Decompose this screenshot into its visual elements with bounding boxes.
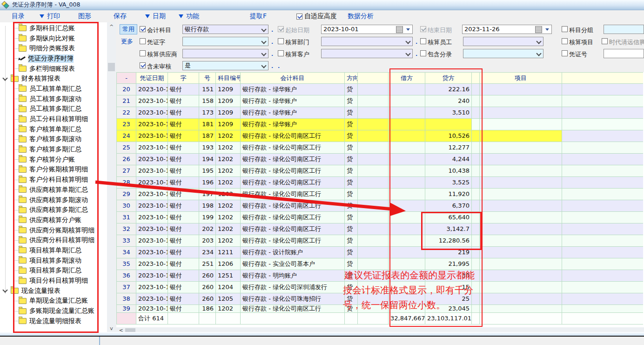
column-header[interactable]: -	[116, 72, 136, 84]
sidebar-item[interactable]: 财务核算报表	[0, 74, 107, 84]
employee-checkbox[interactable]	[420, 38, 426, 44]
sidebar-item[interactable]: 多栏明细账报表	[0, 64, 107, 74]
sidebar-item[interactable]: 多账期现金流量汇总账	[0, 306, 107, 316]
voucher-word-select[interactable]	[182, 37, 268, 46]
chevron-down-icon[interactable]	[261, 63, 266, 68]
tab-common[interactable]: 常用	[120, 24, 137, 34]
auto-height-checkbox[interactable]	[296, 14, 302, 20]
calendar-icon[interactable]	[535, 26, 542, 33]
account-select[interactable]: 银行存款	[182, 25, 268, 34]
sidebar-item[interactable]: 客户核算多期汇总	[0, 144, 107, 155]
start-date-checkbox[interactable]	[278, 26, 284, 32]
date-dropdown-icon[interactable]	[145, 14, 150, 18]
chevron-down-icon[interactable]	[261, 27, 266, 32]
sidebar-item[interactable]: 员工核算多期汇总	[0, 104, 107, 115]
table-row[interactable]: 21 2023-10-10 银付 158 1209 银行存款 - 绿华账户 贷 …	[116, 95, 644, 107]
sidebar-item[interactable]: 供应商核算分户账	[0, 215, 107, 225]
sidebar-item[interactable]: 现金流量报表	[0, 286, 107, 296]
sidebar-item[interactable]: 项目核算多期汇总	[0, 266, 107, 276]
voucher-no-checkbox[interactable]	[562, 50, 568, 56]
column-header[interactable]	[472, 72, 480, 84]
column-header[interactable]: 字	[168, 72, 199, 84]
sidebar-item[interactable]: 项目核算单期汇总	[0, 245, 107, 256]
sidebar-item[interactable]: 客户核算单期汇总	[0, 124, 107, 135]
sidebar-item[interactable]: 供应商核算多期汇总	[0, 205, 107, 215]
unaudited-select[interactable]: 是	[182, 61, 268, 70]
account-checkbox[interactable]	[140, 26, 146, 32]
sidebar-item[interactable]: 现金流量明细报表	[0, 316, 107, 326]
sidebar-item[interactable]: 供应商核算单期汇总	[0, 185, 107, 195]
calendar-dropdown-icon[interactable]	[545, 28, 549, 31]
sidebar-item[interactable]: 项目核算多期滚动	[0, 256, 107, 266]
sidebar-item[interactable]: 客户分账期核算明细	[0, 165, 107, 175]
supplier-select[interactable]	[182, 49, 268, 58]
dept-checkbox[interactable]	[278, 38, 284, 44]
sidebar-item[interactable]: 明细分类账报表	[0, 43, 107, 54]
table-row[interactable]: 31 2023-10-10 银付 199 1202 银行存款 - 绿化公司南区工…	[116, 212, 644, 223]
sidebar-item[interactable]: 员工分科目核算明细	[0, 114, 107, 124]
chevron-down-icon[interactable]	[536, 39, 541, 44]
sidebar-item[interactable]: 项目分科目核算明细	[0, 276, 107, 286]
menu-date[interactable]: 日期	[153, 12, 166, 20]
table-row[interactable]: 34 2023-10-10 银付 234 1211 银行存款 - 设计院账户 贷…	[116, 247, 644, 258]
column-header[interactable]	[358, 72, 389, 84]
chevron-down-icon[interactable]	[405, 39, 410, 44]
table-row[interactable]: 36 2023-10-10 银付 260 1251 银行存款 - 明均账户 贷 …	[116, 270, 644, 282]
table-row[interactable]: 39 2023-10-11 银付 186 1202 银行存款 - 绿化公司南区工…	[116, 305, 644, 313]
column-header[interactable]: 会计科目	[241, 72, 345, 84]
end-date-input[interactable]: 2023-11-26	[462, 25, 552, 34]
table-row[interactable]: 23 2023-10-10 银付 181 1209 银行存款 - 绿华账户 贷	[116, 119, 644, 130]
menu-catalog[interactable]: 目录	[12, 12, 25, 20]
column-header[interactable]: 项目	[480, 72, 562, 84]
function-dropdown-icon[interactable]	[179, 14, 183, 18]
menu-print[interactable]: 打印	[47, 12, 60, 20]
menu-graph[interactable]: 图形	[78, 12, 91, 20]
table-row[interactable]: 25 2023-10-10 银付 193 1202 银行存款 - 绿化公司南区工…	[116, 142, 644, 154]
chevron-down-icon[interactable]	[536, 51, 541, 56]
table-row[interactable]: 33 2023-10-10 银付 203 1202 银行存款 - 绿化公司南区工…	[116, 235, 644, 247]
scroll-down-button[interactable]: v	[107, 325, 116, 332]
column-header[interactable]: 方向	[345, 72, 358, 84]
table-row[interactable]: 24 2023-10-10 银付 187 1202 银行存款 - 绿化公司南区工…	[116, 130, 644, 142]
more-link[interactable]: 更多	[121, 37, 133, 46]
voucher-word-checkbox[interactable]	[140, 38, 146, 44]
sidebar-item[interactable]: 凭证分录序时簿	[0, 54, 107, 64]
voucher-no-input[interactable]	[604, 49, 644, 58]
partner-checkbox[interactable]	[602, 38, 608, 44]
chevron-down-icon[interactable]	[2, 75, 7, 81]
sidebar-item[interactable]: 多期科目汇总账	[0, 23, 107, 34]
column-header[interactable]: 科目编号	[216, 72, 241, 84]
table-row[interactable]: 20 2023-10-10 银付 151 1209 银行存款 - 绿华账户 贷 …	[116, 84, 644, 95]
sidebar-item[interactable]: 客户分科目核算明细	[0, 175, 107, 185]
chevron-down-icon[interactable]	[261, 51, 266, 56]
sidebar-item[interactable]: 客户核算分户账	[0, 155, 107, 165]
unaudited-checkbox[interactable]	[140, 62, 146, 68]
vertical-scrollbar[interactable]: ^ v	[107, 22, 116, 332]
table-row[interactable]: 30 2023-10-10 银付 198 1202 银行存款 - 绿化公司南区工…	[116, 200, 644, 212]
end-date-checkbox[interactable]	[420, 26, 426, 32]
column-header[interactable]: 借方	[389, 72, 425, 84]
table-row[interactable]: 35 2023-10-10 银付 251 1206 银行存款 - 实业公司基本户…	[116, 258, 644, 270]
menu-function[interactable]: 功能	[186, 12, 199, 20]
calendar-icon[interactable]	[396, 26, 403, 33]
chevron-down-icon[interactable]	[2, 288, 7, 293]
column-header[interactable]: 贷方	[425, 72, 472, 84]
employee-select[interactable]	[463, 37, 543, 46]
start-date-input[interactable]: 2023-10-01	[321, 25, 413, 34]
column-header[interactable]: 号	[199, 72, 216, 84]
sidebar-item[interactable]: 多期纵向比对账	[0, 34, 107, 44]
table-row[interactable]: 32 2023-10-10 银付 202 1202 银行存款 - 绿化公司南区工…	[116, 223, 644, 235]
table-row[interactable]: 38 2023-10-10 银付 260 1205 银行存款 - 绿化公司珠海招…	[116, 293, 644, 305]
column-header[interactable]	[562, 72, 643, 84]
table-row[interactable]: 22 2023-10-10 银付 173 1209 银行存款 - 绿华账户 贷 …	[116, 107, 644, 119]
scroll-up-button[interactable]: ^	[107, 23, 116, 31]
column-header[interactable]: 凭证日期	[136, 72, 168, 84]
dept-select[interactable]	[321, 37, 413, 46]
entries-checkbox[interactable]	[420, 50, 426, 56]
sidebar-item[interactable]: 供应商核算多期滚动	[0, 195, 107, 205]
table-row[interactable]: 28 2023-10-10 银付 196 1202 银行存款 - 绿化公司南区工…	[116, 177, 644, 189]
sidebar-item[interactable]: 单期现金流量汇总账	[0, 296, 107, 306]
chevron-down-icon[interactable]	[261, 39, 266, 44]
chevron-down-icon[interactable]	[405, 51, 410, 56]
subject-group-field[interactable]	[604, 25, 644, 34]
